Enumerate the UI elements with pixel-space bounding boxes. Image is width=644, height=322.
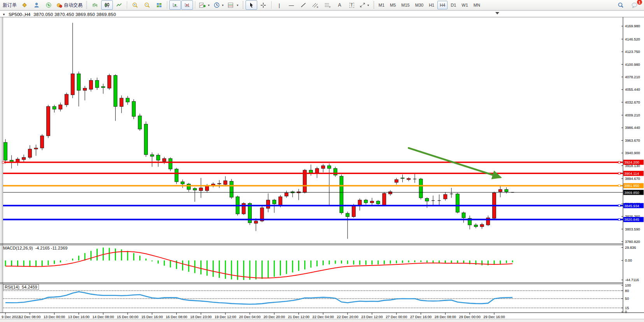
bar-chart-icon[interactable]	[89, 0, 101, 10]
candlestick-chart-icon[interactable]	[101, 0, 113, 10]
svg-text:29 Dec 00:00: 29 Dec 00:00	[459, 315, 481, 319]
svg-text:0.00: 0.00	[625, 259, 632, 262]
svg-text:3881.950: 3881.950	[624, 184, 639, 188]
timeframe-MN[interactable]: MN	[471, 1, 483, 9]
svg-text:15: 15	[625, 306, 629, 310]
chart-canvas[interactable]: 4169.9804146.5204123.7504100.9804078.210…	[0, 11, 644, 322]
time-axis[interactable]: 9 Dec 202212 Dec 08:0013 Dec 00:0013 Dec…	[0, 313, 644, 319]
svg-text:3845.934: 3845.934	[624, 204, 639, 208]
macd-values: -4.2165 -11.2369	[35, 246, 67, 250]
svg-text:4078.210: 4078.210	[625, 75, 640, 79]
search-icon[interactable]	[615, 0, 626, 10]
svg-text:13 Dec 00:00: 13 Dec 00:00	[44, 315, 65, 319]
svg-text:15 Dec 16:00: 15 Dec 16:00	[141, 315, 163, 319]
zoom-in-icon[interactable]	[129, 0, 141, 10]
collapse-icon[interactable]: ▼	[2, 13, 5, 16]
svg-text:3780.820: 3780.820	[625, 240, 640, 244]
svg-text:3894.670: 3894.670	[625, 177, 640, 181]
macd-pane	[5, 248, 512, 280]
macd-name: MACD(12,26,9)	[3, 246, 33, 250]
new-order-button[interactable]: 新订单	[1, 0, 18, 10]
arrows-tool[interactable]: ▼	[358, 0, 371, 10]
template-icon[interactable]: ▼	[226, 0, 240, 10]
timeframe-M5[interactable]: M5	[388, 1, 398, 9]
period-clock-icon[interactable]: ▼	[212, 0, 226, 10]
autotrade-label: 自动交易	[64, 2, 82, 9]
timeframe-H1[interactable]: H1	[426, 1, 437, 9]
toolbar-grip	[242, 1, 244, 9]
rsi-pane	[3, 291, 623, 308]
timeframe-D1[interactable]: D1	[448, 1, 458, 9]
add-indicator-icon[interactable]: ▼	[197, 0, 212, 10]
fibonacci-tool[interactable]: F	[322, 0, 333, 10]
svg-text:4032.670: 4032.670	[625, 100, 640, 104]
tile-windows-icon[interactable]	[153, 0, 165, 10]
svg-text:19 Dec 12:00: 19 Dec 12:00	[215, 315, 236, 319]
macd-indicator-label: MACD(12,26,9) -4.2165 -11.2369	[3, 246, 67, 250]
svg-text:E: E	[317, 6, 318, 8]
svg-text:F: F	[329, 6, 331, 8]
toolbar-separator	[195, 1, 195, 9]
channel-tool[interactable]: E	[310, 0, 321, 10]
price-label-3869.850: 3869.850	[623, 190, 644, 195]
text-label-tool[interactable]: T	[346, 0, 358, 10]
autotrade-button[interactable]: 自动交易	[55, 0, 84, 10]
toolbar: 新订单 自动交易 ▼ ▼	[0, 0, 644, 11]
gold-diamond-icon[interactable]	[19, 0, 30, 10]
svg-text:3904.114: 3904.114	[624, 172, 639, 176]
chat-icon[interactable]: 1	[629, 0, 640, 10]
chart-shift-icon[interactable]	[181, 0, 193, 10]
price-label-3820.845: 3820.845	[623, 217, 644, 222]
svg-text:27 Dec 16:00: 27 Dec 16:00	[410, 315, 432, 319]
rsi-indicator-label: RSI(14) 54.2459	[3, 284, 39, 290]
auto-scroll-icon[interactable]	[169, 0, 181, 10]
svg-text:21 Dec 12:00: 21 Dec 12:00	[288, 315, 309, 319]
timeframe-M15[interactable]: M15	[399, 1, 412, 9]
svg-text:0: 0	[625, 310, 627, 314]
new-order-label: 新订单	[3, 2, 17, 9]
hline-3845.934[interactable]	[3, 205, 623, 207]
svg-text:4169.980: 4169.980	[625, 24, 640, 28]
svg-text:16 Dec 08:00: 16 Dec 08:00	[166, 315, 187, 319]
text-tool[interactable]: A	[334, 0, 346, 10]
svg-text:20 Dec 20:00: 20 Dec 20:00	[263, 315, 285, 319]
svg-text:22 Dec 04:00: 22 Dec 04:00	[312, 315, 334, 319]
vertical-line-tool[interactable]: |	[274, 0, 285, 10]
svg-text:3924.200: 3924.200	[624, 160, 639, 164]
svg-text:4055.440: 4055.440	[625, 88, 640, 91]
chevron-down-icon: ▼	[236, 4, 239, 7]
symbol-period-label: SP500-,H4	[9, 12, 30, 17]
svg-text:100: 100	[625, 283, 631, 287]
svg-text:3869.850: 3869.850	[624, 191, 639, 195]
horizontal-line-tool[interactable]: —	[286, 0, 297, 10]
svg-text:4100.980: 4100.980	[625, 63, 640, 67]
shift-marker-icon[interactable]	[495, 12, 499, 14]
svg-text:22 Dec 20:00: 22 Dec 20:00	[337, 315, 358, 319]
cursor-tool[interactable]	[246, 0, 257, 10]
timeframe-M30[interactable]: M30	[413, 1, 426, 9]
hline-3924.200[interactable]	[2, 161, 623, 163]
trendline-tool[interactable]	[298, 0, 309, 10]
timeframe-M1[interactable]: M1	[376, 1, 387, 9]
toolbar-grip	[86, 1, 87, 9]
svg-text:3820.845: 3820.845	[624, 218, 639, 222]
hline-3820.845[interactable]	[3, 218, 623, 220]
hline-3904.114[interactable]	[3, 172, 623, 174]
timeframe-W1[interactable]: W1	[459, 1, 470, 9]
profile-icon[interactable]	[31, 0, 42, 10]
crosshair-tool[interactable]	[258, 0, 269, 10]
rsi-name: RSI(14)	[5, 285, 19, 289]
timeframe-H4[interactable]: H4	[437, 1, 447, 9]
rsi-value: 54.2459	[22, 285, 37, 289]
price-axis[interactable]: 4169.9804146.5204123.7504100.9804078.210…	[621, 17, 640, 314]
chart-window: 4169.9804146.5204123.7504100.9804078.210…	[0, 11, 644, 322]
zoom-out-icon[interactable]	[141, 0, 153, 10]
toolbar-separator	[167, 1, 167, 9]
line-chart-icon[interactable]	[113, 0, 125, 10]
svg-text:12 Dec 08:00: 12 Dec 08:00	[19, 315, 40, 319]
timeframe-group: M1M5M15M30H1H4D1W1MN	[376, 1, 483, 9]
hline-3881.950[interactable]	[3, 185, 623, 187]
signals-icon[interactable]	[43, 0, 54, 10]
svg-text:50: 50	[625, 297, 629, 301]
svg-text:4009.210: 4009.210	[625, 113, 640, 117]
